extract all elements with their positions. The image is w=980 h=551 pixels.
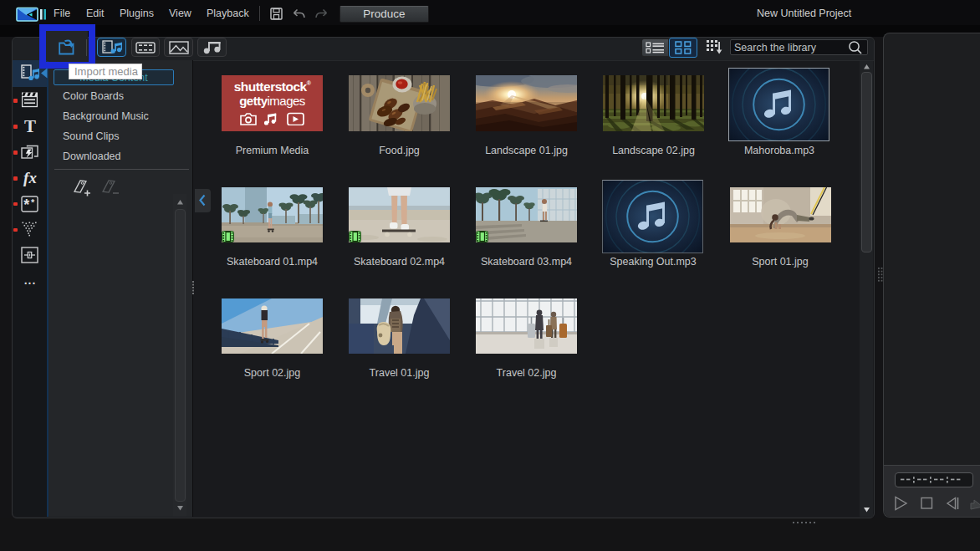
- svg-text:*: *: [23, 196, 29, 213]
- svg-text:*: *: [31, 197, 35, 207]
